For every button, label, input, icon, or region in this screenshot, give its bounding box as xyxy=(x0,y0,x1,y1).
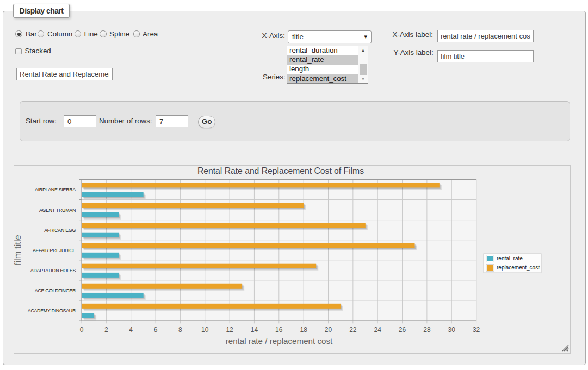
svg-text:film title: film title xyxy=(14,235,23,265)
svg-text:30: 30 xyxy=(448,326,456,334)
svg-text:16: 16 xyxy=(275,326,283,334)
svg-text:rental rate / replacement cost: rental rate / replacement cost xyxy=(226,336,333,346)
svg-text:AGENT TRUMAN: AGENT TRUMAN xyxy=(39,208,76,213)
svg-text:24: 24 xyxy=(374,326,382,334)
svg-text:8: 8 xyxy=(178,326,182,334)
svg-text:AIRPLANE SIERRA: AIRPLANE SIERRA xyxy=(35,187,76,192)
svg-text:22: 22 xyxy=(349,326,357,334)
svg-text:rental_rate: rental_rate xyxy=(497,255,523,261)
svg-text:6: 6 xyxy=(154,326,158,334)
svg-text:ACADEMY DINOSAUR: ACADEMY DINOSAUR xyxy=(28,308,76,313)
svg-text:28: 28 xyxy=(423,326,431,334)
svg-text:ADAPTATION HOLES: ADAPTATION HOLES xyxy=(30,268,76,273)
svg-text:20: 20 xyxy=(325,326,332,334)
svg-text:18: 18 xyxy=(300,326,307,334)
svg-text:26: 26 xyxy=(399,326,406,334)
svg-text:replacement_cost: replacement_cost xyxy=(497,265,540,271)
svg-text:12: 12 xyxy=(226,326,233,334)
svg-text:4: 4 xyxy=(129,326,133,334)
svg-text:Rental Rate and Replacement Co: Rental Rate and Replacement Cost of Film… xyxy=(197,166,364,175)
svg-text:32: 32 xyxy=(473,326,480,334)
svg-text:0: 0 xyxy=(80,326,84,334)
svg-text:2: 2 xyxy=(104,326,108,334)
svg-text:10: 10 xyxy=(201,326,209,334)
svg-text:AFRICAN EGG: AFRICAN EGG xyxy=(44,228,76,233)
svg-text:14: 14 xyxy=(251,326,258,334)
svg-text:ACE GOLDFINGER: ACE GOLDFINGER xyxy=(35,288,76,293)
svg-text:AFFAIR PREJUDICE: AFFAIR PREJUDICE xyxy=(33,248,76,253)
